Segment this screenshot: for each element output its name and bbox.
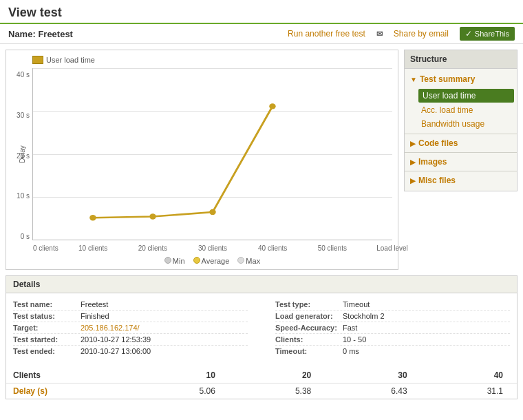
- section-misc-files: ▶ Misc files: [405, 173, 517, 188]
- delay-20: 5.38: [229, 384, 325, 399]
- details-right-col: Test type: Timeout Load generator: Stock…: [275, 299, 510, 357]
- structure-box: Structure ▼ Test summary User load time …: [404, 50, 517, 191]
- detail-speed-accuracy: Speed-Accuracy: Fast: [275, 322, 510, 334]
- section-test-summary: ▼ Test summary User load time Acc. load …: [405, 72, 517, 132]
- triangle-down-icon: ▼: [410, 76, 417, 83]
- x-label-30: 30 clients: [198, 244, 227, 252]
- detail-test-ended: Test ended: 2010-10-27 13:06:00: [13, 346, 248, 357]
- details-body: Test name: Freetest Test status: Finishe…: [6, 293, 517, 362]
- test-name: Freetest: [38, 29, 73, 39]
- section-header-code-files[interactable]: ▶ Code files: [405, 136, 517, 151]
- detail-clients: Clients: 10 - 50: [275, 334, 510, 346]
- legend-color-user-load: [32, 56, 43, 64]
- page-header: View test: [0, 0, 523, 24]
- row-label-delay: Delay (s): [6, 384, 134, 399]
- x-label-20: 20 clients: [138, 244, 167, 252]
- detail-load-generator: Load generator: Stockholm 2: [275, 311, 510, 322]
- divider-2: [405, 152, 517, 153]
- chart-legend: User load time: [32, 56, 392, 64]
- action-buttons: Run another free test ✉ Share by email ✓…: [288, 27, 515, 41]
- legend-dot-avg: Average: [193, 257, 230, 265]
- x-label-10: 10 clients: [78, 244, 107, 252]
- sidebar-item-user-load-time[interactable]: User load time: [418, 89, 514, 103]
- structure-items-test-summary: User load time Acc. load time Bandwidth …: [405, 87, 517, 132]
- bottom-legend: Min Average Max: [32, 257, 392, 265]
- share-email-link[interactable]: Share by email: [394, 29, 449, 39]
- col-header-clients: Clients: [6, 368, 134, 384]
- legend-dot-max: Max: [237, 257, 260, 265]
- legend-label-user-load: User load time: [46, 56, 95, 64]
- sidebar-item-bandwidth-usage[interactable]: Bandwidth usage: [416, 117, 517, 131]
- structure-title: Structure: [405, 50, 517, 69]
- clients-table: Clients 10 20 30 40 Delay (s) 5.06 5.38 …: [6, 368, 517, 399]
- chart-container: User load time 40 s 30 s 20 s 10 s 0 s: [6, 50, 398, 270]
- data-point-40: [269, 103, 275, 109]
- details-left-col: Test name: Freetest Test status: Finishe…: [13, 299, 248, 357]
- data-point-20: [149, 213, 156, 219]
- y-label-40s: 40 s: [17, 71, 30, 78]
- detail-test-name: Test name: Freetest: [13, 299, 248, 311]
- section-code-files: ▶ Code files: [405, 136, 517, 151]
- share-this-button[interactable]: ✓ ShareThis: [460, 27, 515, 41]
- y-axis-label: Delay: [19, 145, 26, 163]
- sidebar-item-acc-load-time[interactable]: Acc. load time: [416, 103, 517, 117]
- data-point-30: [209, 209, 215, 215]
- detail-test-status: Test status: Finished: [13, 311, 248, 322]
- page-subtitle: Name: Freetest: [8, 29, 73, 39]
- col-header-20: 20: [229, 368, 325, 384]
- page-title: View test: [8, 6, 515, 20]
- x-label-load: Load level: [376, 244, 408, 252]
- y-label-10s: 10 s: [17, 192, 30, 200]
- detail-target: Target: 205.186.162.174/: [13, 322, 248, 334]
- section-header-misc-files[interactable]: ▶ Misc files: [405, 173, 517, 188]
- y-label-30s: 30 s: [17, 112, 30, 119]
- detail-test-type: Test type: Timeout: [275, 299, 510, 311]
- detail-test-started: Test started: 2010-10-27 12:53:39: [13, 334, 248, 346]
- x-label-50: 50 clients: [318, 244, 347, 252]
- col-header-40: 40: [421, 368, 517, 384]
- data-point-10: [89, 215, 96, 220]
- chart-line: [93, 106, 273, 218]
- x-label-40: 40 clients: [258, 244, 287, 252]
- section-header-test-summary[interactable]: ▼ Test summary: [405, 72, 517, 87]
- delay-30: 6.43: [325, 384, 420, 399]
- delay-10: 5.06: [134, 384, 229, 399]
- divider-3: [405, 171, 517, 171]
- col-header-30: 30: [325, 368, 420, 384]
- legend-dot-min: Min: [164, 257, 185, 265]
- triangle-right-images-icon: ▶: [410, 158, 416, 166]
- section-images: ▶ Images: [405, 154, 517, 169]
- delay-40: 31.1: [421, 384, 517, 399]
- clients-table-data-row: Delay (s) 5.06 5.38 6.43 31.1: [6, 384, 517, 399]
- sidebar: Structure ▼ Test summary User load time …: [404, 50, 517, 270]
- y-label-0s: 0 s: [21, 233, 30, 240]
- structure-body: ▼ Test summary User load time Acc. load …: [405, 69, 517, 191]
- col-header-10: 10: [134, 368, 229, 384]
- chart-section: User load time 40 s 30 s 20 s 10 s 0 s: [6, 50, 398, 270]
- details-title: Details: [6, 276, 517, 293]
- triangle-right-misc-icon: ▶: [410, 177, 416, 185]
- triangle-right-code-icon: ▶: [410, 140, 416, 147]
- detail-timeout: Timeout: 0 ms: [275, 346, 510, 357]
- run-another-link[interactable]: Run another free test: [288, 29, 365, 39]
- chart-svg: [33, 68, 392, 240]
- divider-1: [405, 134, 517, 134]
- details-section: Details Test name: Freetest Test status:…: [6, 275, 517, 399]
- clients-table-header-row: Clients 10 20 30 40: [6, 368, 517, 384]
- x-label-0: 0 clients: [33, 244, 58, 252]
- section-header-images[interactable]: ▶ Images: [405, 154, 517, 169]
